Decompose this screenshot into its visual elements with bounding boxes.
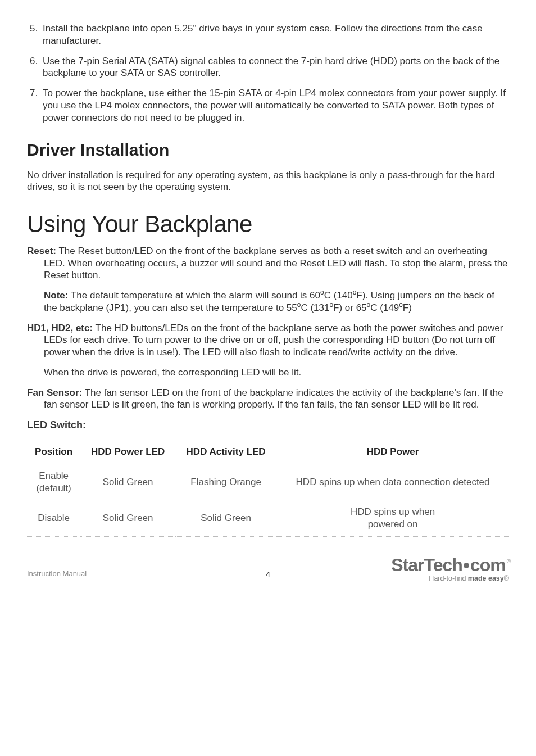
footer-left-label: Instruction Manual	[27, 569, 87, 582]
table-row: Disable Solid Green Solid Green HDD spin…	[27, 500, 509, 537]
cell-hdd-power: HDD spins up when data connection detect…	[276, 464, 509, 500]
col-activity-led: HDD Activity LED	[175, 440, 276, 464]
hd-label: HD1, HD2, etc:	[27, 323, 93, 333]
section-heading-driver: Driver Installation	[27, 139, 509, 161]
footer: Instruction Manual 4 StarTechcom® Hard-t…	[27, 556, 509, 582]
brand-dot-icon	[464, 563, 469, 568]
tagline-b: made easy	[468, 574, 504, 582]
note-seg: C (131	[301, 302, 329, 313]
major-heading: Using Your Backplane	[27, 209, 509, 239]
page-number: 4	[266, 569, 270, 582]
brand-text-b: com	[470, 556, 506, 574]
list-item: Use the 7-pin Serial ATA (SATA) signal c…	[40, 55, 509, 80]
hd-note: When the drive is powered, the correspon…	[27, 366, 509, 379]
hd-paragraph: HD1, HD2, etc: The HD buttons/LEDs on th…	[27, 322, 509, 359]
reset-body: The Reset button/LED on the front of the…	[44, 246, 508, 281]
list-item: To power the backplane, use either the 1…	[40, 87, 509, 124]
note-paragraph: Note: The default temperature at which t…	[27, 289, 509, 314]
note-seg: F)	[403, 302, 412, 313]
led-table: Position HDD Power LED HDD Activity LED …	[27, 440, 509, 537]
degree-symbol: o	[399, 301, 403, 309]
col-power-led: HDD Power LED	[80, 440, 175, 464]
col-hdd-power: HDD Power	[276, 440, 509, 464]
cell-text: Enable	[39, 470, 69, 481]
fan-label: Fan Sensor:	[27, 387, 82, 398]
cell-text: HDD spins up when	[351, 506, 435, 517]
note-seg: The default temperature at which the ala…	[68, 290, 320, 301]
brand-tagline: Hard-to-find made easy®	[391, 575, 509, 582]
led-switch-heading: LED Switch:	[27, 419, 509, 432]
tagline-a: Hard-to-find	[429, 574, 467, 582]
cell-activity-led: Flashing Orange	[175, 464, 276, 500]
note-seg: C (140	[324, 290, 353, 301]
cell-power-led: Solid Green	[80, 464, 175, 500]
trademark-icon: ®	[504, 574, 509, 582]
driver-body: No driver installation is required for a…	[27, 169, 509, 194]
cell-text: powered on	[368, 519, 418, 529]
fan-paragraph: Fan Sensor: The fan sensor LED on the fr…	[27, 387, 509, 411]
list-item: Install the backplane into open 5.25" dr…	[40, 22, 509, 47]
footer-brand: StarTechcom® Hard-to-find made easy®	[391, 556, 509, 582]
cell-position: Enable(default)	[27, 464, 80, 500]
note-seg: C (149	[370, 302, 399, 313]
brand-text-a: StarTech	[391, 556, 462, 574]
trademark-icon: ®	[507, 559, 510, 564]
brand-logo: StarTechcom®	[391, 556, 509, 574]
col-position: Position	[27, 440, 80, 464]
cell-activity-led: Solid Green	[175, 500, 276, 537]
table-header-row: Position HDD Power LED HDD Activity LED …	[27, 440, 509, 464]
reset-label: Reset:	[27, 246, 56, 256]
reset-paragraph: Reset: The Reset button/LED on the front…	[27, 245, 509, 282]
cell-text: (default)	[36, 483, 71, 494]
cell-power-led: Solid Green	[80, 500, 175, 537]
note-seg: F) or 65	[333, 302, 367, 313]
degree-symbol: o	[320, 288, 324, 296]
fan-body: The fan sensor LED on the front of the b…	[44, 387, 503, 410]
note-label: Note:	[44, 290, 68, 301]
table-row: Enable(default) Solid Green Flashing Ora…	[27, 464, 509, 500]
hd-body: The HD buttons/LEDs on the front of the …	[44, 323, 503, 358]
cell-position: Disable	[27, 500, 80, 537]
instruction-list: Install the backplane into open 5.25" dr…	[27, 22, 509, 124]
cell-hdd-power: HDD spins up whenpowered on	[276, 500, 509, 537]
